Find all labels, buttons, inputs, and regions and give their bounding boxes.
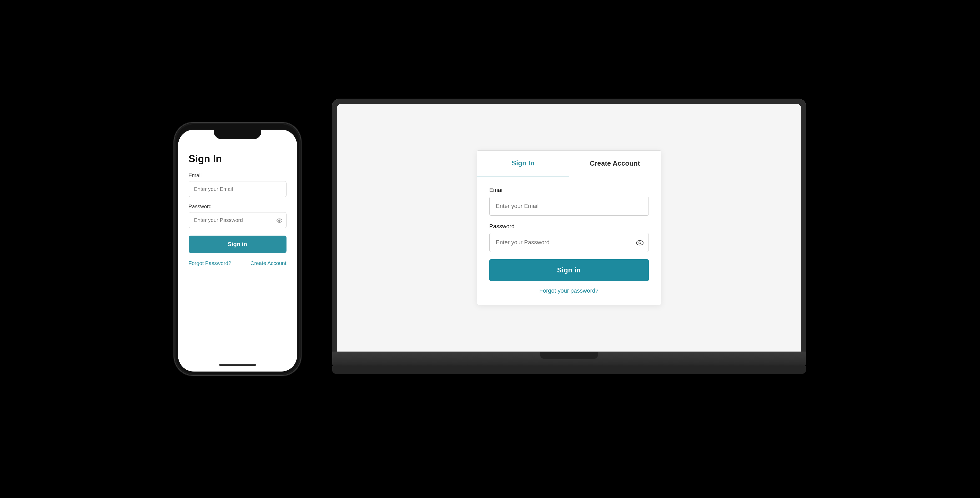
phone-password-toggle-icon[interactable]: [277, 217, 282, 224]
phone-create-account-link[interactable]: Create Account: [250, 260, 286, 266]
laptop-password-label: Password: [489, 223, 649, 230]
laptop-foot: [332, 366, 806, 374]
phone-inner: Sign In Email Password: [176, 124, 299, 374]
laptop-email-input-wrap: [489, 197, 649, 216]
svg-point-3: [636, 241, 643, 245]
phone-home-bar: [219, 364, 256, 366]
laptop-screen: Sign In Create Account Email Password: [337, 104, 801, 352]
laptop-password-input[interactable]: [489, 233, 649, 252]
phone-page-title: Sign In: [189, 153, 286, 165]
svg-line-2: [277, 219, 282, 222]
phone-email-label: Email: [189, 173, 286, 179]
svg-point-4: [639, 242, 641, 244]
login-form-card: Sign In Create Account Email Password: [477, 151, 661, 305]
laptop-base: [332, 352, 806, 366]
phone-forgot-password-link[interactable]: Forgot Password?: [189, 260, 231, 266]
tab-create-account[interactable]: Create Account: [569, 151, 661, 176]
laptop-password-input-wrap: [489, 233, 649, 252]
phone-bottom-links: Forgot Password? Create Account: [189, 260, 286, 266]
laptop-password-toggle-icon[interactable]: [636, 238, 644, 247]
phone-signin-button[interactable]: Sign in: [189, 236, 286, 253]
laptop-signin-button[interactable]: Sign in: [489, 259, 649, 281]
phone-password-label: Password: [189, 203, 286, 209]
form-tabs: Sign In Create Account: [477, 151, 661, 176]
phone-screen: Sign In Email Password: [178, 130, 297, 371]
phone-email-input[interactable]: [189, 181, 286, 197]
phone-notch: [214, 130, 261, 139]
phone-email-input-wrap: [189, 181, 286, 197]
phone-device: Sign In Email Password: [174, 123, 301, 375]
laptop-email-input[interactable]: [489, 197, 649, 216]
phone-password-input[interactable]: [189, 212, 286, 228]
laptop-screen-frame: Sign In Create Account Email Password: [332, 99, 806, 352]
tab-signin[interactable]: Sign In: [477, 151, 569, 176]
form-body: Email Password: [477, 176, 661, 305]
phone-content: Sign In Email Password: [178, 130, 297, 371]
scene: Sign In Email Password: [0, 0, 980, 498]
laptop-bezel: Sign In Create Account Email Password: [337, 104, 801, 352]
phone-password-input-wrap: [189, 212, 286, 228]
laptop-forgot-password-link[interactable]: Forgot your password?: [489, 287, 649, 294]
laptop-email-label: Email: [489, 187, 649, 193]
laptop-device: Sign In Create Account Email Password: [332, 99, 806, 399]
laptop-hinge-notch: [540, 352, 598, 359]
